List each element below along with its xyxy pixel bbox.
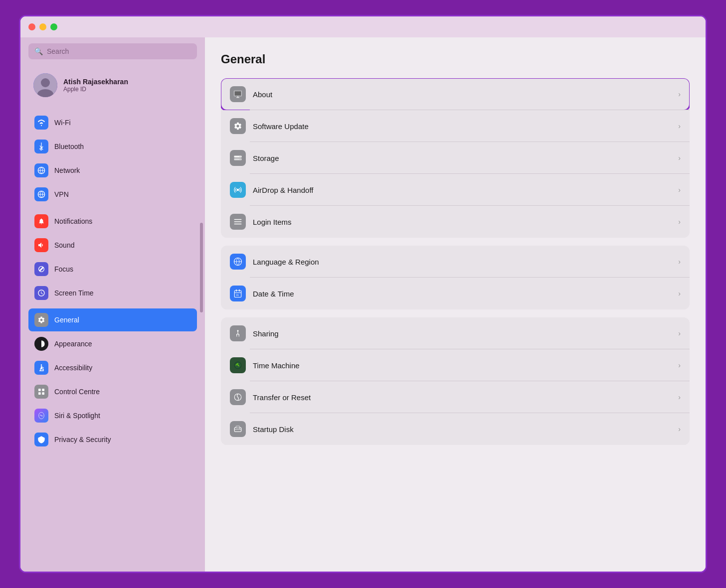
language-icon [230,254,246,270]
wifi-icon [34,116,48,130]
general-icon [34,313,48,327]
sidebar-section-notifications: Notifications Sound [28,210,197,304]
titlebar [20,16,706,37]
sidebar-item-label-bluetooth: Bluetooth [54,143,84,150]
sidebar-item-privacy[interactable]: Privacy & Security [28,428,197,451]
sidebar-item-notifications[interactable]: Notifications [28,210,197,233]
settings-group-3: Sharing › Time Machine › [221,317,690,445]
notifications-icon [34,214,48,228]
settings-item-label-datetime: Date & Time [253,290,678,298]
settings-item-label-language: Language & Region [253,258,678,266]
datetime-icon: 31 [230,286,246,301]
main-content: General About › [205,37,706,572]
settings-item-label-sharing: Sharing [253,329,678,338]
close-button[interactable] [28,23,35,30]
sidebar-section-network: Wi-Fi Bluetooth [28,111,197,206]
sidebar-item-label-network: Network [54,166,80,174]
search-bar[interactable]: 🔍 [28,43,197,59]
chevron-about: › [678,90,681,98]
siri-icon [34,409,48,423]
settings-item-language[interactable]: Language & Region › [221,246,690,278]
chevron-loginitems: › [678,218,681,226]
user-info: Atish Rajasekharan Apple ID [63,78,128,93]
chevron-transfer: › [678,393,681,401]
svg-rect-10 [38,392,41,395]
svg-text:31: 31 [236,294,239,296]
maximize-button[interactable] [50,23,57,30]
sidebar-section-general: General Appearance [28,308,197,451]
svg-point-7 [41,364,42,366]
settings-item-label-softwareupdate: Software Update [253,122,678,131]
settings-item-datetime[interactable]: 31 Date & Time › [221,278,690,309]
sidebar-item-accessibility[interactable]: Accessibility [28,356,197,379]
svg-point-40 [239,428,240,429]
accessibility-icon [34,361,48,375]
vpn-icon [34,187,48,201]
sidebar-item-label-sound: Sound [54,241,74,249]
startup-icon [230,421,246,437]
content-area: 🔍 Atish Rajasekharan Apple ID [20,37,706,572]
sidebar-item-vpn[interactable]: VPN [28,183,197,206]
chevron-storage: › [678,154,681,162]
sidebar-item-focus[interactable]: Focus [28,258,197,281]
sidebar-item-label-siri: Siri & Spotlight [54,412,100,420]
sidebar-item-label-general: General [54,316,79,324]
sidebar-item-siri[interactable]: Siri & Spotlight [28,404,197,427]
page-title: General [221,52,690,66]
about-icon [230,86,246,102]
settings-item-label-startup: Startup Disk [253,425,678,434]
sidebar-item-general[interactable]: General [28,308,197,331]
settings-item-label-transfer: Transfer or Reset [253,393,678,402]
settings-item-sharing[interactable]: Sharing › [221,317,690,349]
sidebar-item-label-notifications: Notifications [54,217,92,225]
user-profile[interactable]: Atish Rajasekharan Apple ID [28,69,197,101]
sidebar-item-bluetooth[interactable]: Bluetooth [28,135,197,158]
settings-item-startup[interactable]: Startup Disk › [221,413,690,445]
screentime-icon [34,286,48,300]
user-name: Atish Rajasekharan [63,78,128,86]
settings-item-label-loginitems: Login Items [253,218,678,226]
sidebar-item-appearance[interactable]: Appearance [28,332,197,355]
svg-point-1 [41,78,50,87]
search-input[interactable] [47,47,191,55]
svg-point-19 [240,159,241,160]
sidebar-item-label-screentime: Screen Time [54,289,94,297]
settings-item-softwareupdate[interactable]: Software Update › [221,110,690,142]
chevron-datetime: › [678,290,681,297]
privacy-icon [34,433,48,446]
traffic-lights [28,23,57,30]
scrollbar-thumb[interactable] [200,223,203,312]
settings-item-transfer[interactable]: Transfer or Reset › [221,381,690,413]
settings-group-1: About › Software Update › [221,78,690,238]
settings-group-2: Language & Region › 31 Date & Time [221,246,690,309]
settings-item-label-about: About [253,90,678,99]
sidebar-item-controlcentre[interactable]: Control Centre [28,380,197,403]
airdrop-icon [230,182,246,198]
sidebar-item-label-vpn: VPN [54,190,69,198]
sidebar-item-screentime[interactable]: Screen Time [28,282,197,304]
focus-icon [34,262,48,276]
settings-item-airdrop[interactable]: AirDrop & Handoff › [221,174,690,206]
chevron-timemachine: › [678,361,681,369]
sidebar-item-network[interactable]: Network [28,159,197,182]
bluetooth-icon [34,140,48,153]
search-icon: 🔍 [34,47,43,55]
avatar [33,73,57,97]
minimize-button[interactable] [39,23,46,30]
svg-point-20 [237,189,239,191]
svg-rect-11 [42,392,44,395]
sidebar-item-wifi[interactable]: Wi-Fi [28,111,197,134]
sidebar-item-sound[interactable]: Sound [28,234,197,257]
settings-item-storage[interactable]: Storage › [221,142,690,174]
svg-rect-15 [235,92,241,96]
settings-item-loginitems[interactable]: Login Items › [221,206,690,238]
settings-item-timemachine[interactable]: Time Machine › [221,349,690,381]
svg-rect-9 [42,389,44,391]
controlcentre-icon [34,385,48,399]
storage-icon [230,150,246,166]
appearance-icon [34,337,48,351]
sidebar-item-label-focus: Focus [54,265,73,273]
settings-item-about[interactable]: About › [221,78,690,110]
network-icon [34,163,48,177]
svg-point-18 [240,156,241,157]
